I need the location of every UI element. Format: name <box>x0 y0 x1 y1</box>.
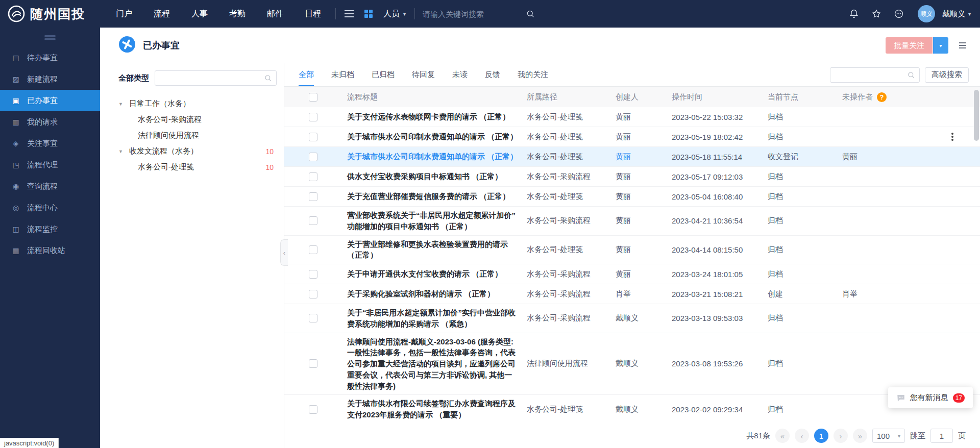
row-title-link[interactable]: 关于采购化验室试剂和器材的请示 （正常） <box>347 285 527 303</box>
table-row[interactable]: 营业部收费系统关于“非居民用水超定额累计加价”功能增加的项目中标通知书 （正常）… <box>284 207 980 236</box>
sidebar-item-1[interactable]: ▨新建流程 <box>0 68 100 90</box>
more-ellipsis-icon[interactable] <box>889 0 909 28</box>
row-checkbox[interactable] <box>309 245 317 254</box>
table-row[interactable]: 供水支付宝收费采购项目中标通知书 （正常）水务公司-采购流程黄丽2023-05-… <box>284 167 980 187</box>
bell-icon[interactable] <box>844 0 864 28</box>
first-page-button[interactable]: « <box>775 429 790 443</box>
row-checkbox[interactable] <box>309 113 317 121</box>
tab-3[interactable]: 待回复 <box>412 63 435 86</box>
tab-0[interactable]: 全部 <box>299 63 314 86</box>
next-page-button[interactable]: › <box>834 429 848 443</box>
sidebar-item-5[interactable]: ◳流程代理 <box>0 154 100 176</box>
sidebar-item-0[interactable]: ▤待办事宜 <box>0 47 100 68</box>
sidebar-item-3[interactable]: ▥我的请求 <box>0 111 100 133</box>
table-row[interactable]: 关于城市供水公司印制水费通知单的请示 （正常）水务公司-处理笺黄丽2023-05… <box>284 127 980 147</box>
table-row[interactable]: 关于充值营业部催费短信服务费的请示 （正常）水务公司-处理笺黄丽2023-05-… <box>284 187 980 207</box>
row-checkbox[interactable] <box>309 314 317 322</box>
tree-node-3[interactable]: ▼收发文流程（水务）10 <box>118 143 277 159</box>
top-nav-item-5[interactable]: 日程 <box>294 0 332 28</box>
row-checkbox[interactable] <box>309 153 317 161</box>
table-row[interactable]: 关于支付远传水表物联网卡费用的请示 （正常）水务公司-处理笺黄丽2023-05-… <box>284 107 980 127</box>
tab-1[interactable]: 未归档 <box>331 63 354 86</box>
table-row[interactable]: 关于“非居民用水超定额累计加价”实行中营业部收费系统功能增加的采购请示 （紧急）… <box>284 304 980 333</box>
row-checkbox[interactable] <box>309 133 317 141</box>
row-title-link[interactable]: 关于城市供水有限公司续签鄂汇办水费查询程序及支付2023年服务费的请示 （重要） <box>347 395 527 424</box>
tree-node-4[interactable]: 水务公司-处理笺10 <box>118 159 277 175</box>
type-search-box[interactable] <box>155 70 277 86</box>
logo[interactable]: 随州国投 <box>0 5 100 23</box>
type-search-input[interactable] <box>159 74 264 82</box>
row-title-link[interactable]: 关于“非居民用水超定额累计加价”实行中营业部收费系统功能增加的采购请示 （紧急） <box>347 304 527 333</box>
search-scope-dropdown[interactable]: 人员 ▾ <box>378 0 411 28</box>
top-nav-item-4[interactable]: 邮件 <box>256 0 294 28</box>
sidebar-collapse-handle[interactable] <box>0 28 100 47</box>
page-size-select[interactable]: 100 ▾ <box>872 429 905 443</box>
row-checkbox[interactable] <box>309 216 317 225</box>
row-title-link[interactable]: 关于城市供水公司印制水费通知单的请示 （正常） <box>347 148 527 165</box>
table-row[interactable]: 关于申请开通供水支付宝收费的请示 （正常）水务公司-采购流程黄丽2023-03-… <box>284 264 980 284</box>
prev-page-button[interactable]: ‹ <box>795 429 809 443</box>
scrollbar-track[interactable] <box>974 88 979 421</box>
collapse-panel-handle[interactable]: ‹ <box>280 239 288 266</box>
row-title-link[interactable]: 供水支付宝收费采购项目中标通知书 （正常） <box>347 168 527 185</box>
apps-grid-icon[interactable] <box>359 0 378 28</box>
row-title-link[interactable]: 关于城市供水公司印制水费通知单的请示 （正常） <box>347 128 527 145</box>
tab-2[interactable]: 已归档 <box>372 63 395 86</box>
sidebar-item-9[interactable]: ▦流程回收站 <box>0 240 100 261</box>
row-checkbox[interactable] <box>309 270 317 279</box>
table-search-box[interactable] <box>830 67 920 83</box>
row-title-link[interactable]: 关于营业部维修和更换水表检验装置费用的请示 （正常） <box>347 236 527 264</box>
tree-node-2[interactable]: 法律顾问使用流程 <box>118 128 277 143</box>
help-icon[interactable]: ? <box>877 92 887 102</box>
user-avatar[interactable]: 顺义 <box>918 5 935 22</box>
table-row[interactable]: 关于城市供水有限公司续签鄂汇办水费查询程序及支付2023年服务费的请示 （重要）… <box>284 395 980 424</box>
sidebar-item-7[interactable]: ◎流程中心 <box>0 197 100 218</box>
top-nav-item-3[interactable]: 考勤 <box>218 0 256 28</box>
sidebar-item-2[interactable]: ▣已办事宜 <box>0 90 100 111</box>
sidebar-item-4[interactable]: ◈关注事宜 <box>0 133 100 154</box>
tree-node-1[interactable]: 水务公司-采购流程 <box>118 112 277 128</box>
sidebar-item-6[interactable]: ◉查询流程 <box>0 176 100 197</box>
last-page-button[interactable]: » <box>853 429 867 443</box>
tree-node-0[interactable]: ▼日常工作（水务） <box>118 96 277 112</box>
sidebar-item-label: 流程中心 <box>27 203 58 213</box>
row-title-link[interactable]: 关于申请开通供水支付宝收费的请示 （正常） <box>347 265 527 283</box>
row-checkbox[interactable] <box>309 290 317 298</box>
table-row[interactable]: 关于采购化验室试剂和器材的请示 （正常）水务公司-采购流程肖举2023-03-2… <box>284 284 980 304</box>
table-row[interactable]: 关于城市供水公司印制水费通知单的请示 （正常）水务公司-处理笺黄丽2023-05… <box>284 147 980 167</box>
batch-follow-button[interactable]: 批量关注 <box>886 37 933 54</box>
search-icon[interactable] <box>521 0 540 28</box>
batch-follow-dropdown-button[interactable]: ▾ <box>933 37 948 54</box>
view-list-icon[interactable] <box>958 40 968 51</box>
jump-page-input[interactable] <box>930 429 953 443</box>
top-nav-item-1[interactable]: 流程 <box>143 0 181 28</box>
user-name[interactable]: 戴顺义 <box>942 9 965 19</box>
scrollbar-thumb[interactable] <box>974 90 979 141</box>
table-row[interactable]: 法律顾问使用流程-戴顺义-2023-03-06 (服务类型:一般性法律事务，包括… <box>284 333 980 395</box>
user-chevron-down-icon[interactable]: ▾ <box>968 11 971 17</box>
row-checkbox[interactable] <box>309 192 317 201</box>
row-more-icon[interactable] <box>951 136 953 138</box>
hamburger-menu-icon[interactable] <box>339 0 359 28</box>
tab-4[interactable]: 未读 <box>452 63 468 86</box>
sidebar-item-8[interactable]: ◫流程监控 <box>0 218 100 240</box>
global-search-input[interactable] <box>419 10 521 18</box>
table-row[interactable]: 关于营业部维修和更换水表检验装置费用的请示 （正常）水务公司-处理笺黄丽2023… <box>284 236 980 265</box>
row-title-link[interactable]: 法律顾问使用流程-戴顺义-2023-03-06 (服务类型:一般性法律事务，包括… <box>347 333 527 395</box>
row-checkbox[interactable] <box>309 405 317 414</box>
row-title-link[interactable]: 关于支付远传水表物联网卡费用的请示 （正常） <box>347 108 527 126</box>
new-message-toast[interactable]: 您有新消息 17 <box>888 387 973 408</box>
table-search-input[interactable] <box>835 71 907 79</box>
star-icon[interactable] <box>867 0 886 28</box>
row-title-link[interactable]: 关于充值营业部催费短信服务费的请示 （正常） <box>347 188 527 205</box>
top-nav-item-0[interactable]: 门户 <box>105 0 143 28</box>
advanced-search-button[interactable]: 高级搜索 <box>925 67 969 83</box>
current-page-button[interactable]: 1 <box>814 429 828 443</box>
tab-5[interactable]: 反馈 <box>485 63 500 86</box>
row-checkbox[interactable] <box>309 359 317 368</box>
row-title-link[interactable]: 营业部收费系统关于“非居民用水超定额累计加价”功能增加的项目中标通知书 （正常） <box>347 207 527 235</box>
tab-6[interactable]: 我的关注 <box>518 63 548 86</box>
top-nav-item-2[interactable]: 人事 <box>181 0 218 28</box>
row-checkbox[interactable] <box>309 172 317 181</box>
select-all-checkbox[interactable] <box>309 93 317 102</box>
